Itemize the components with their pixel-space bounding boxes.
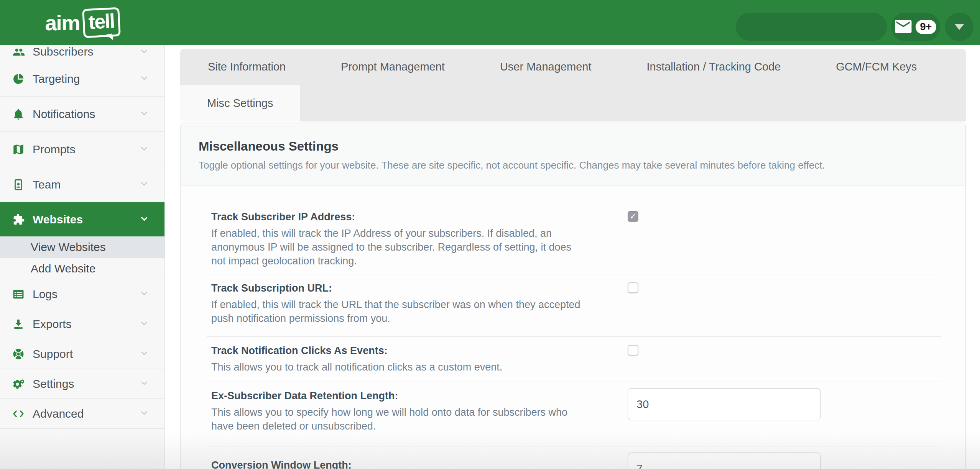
users-icon: [12, 45, 25, 59]
unread-count-badge: 9+: [916, 20, 937, 34]
map-icon: [12, 143, 25, 156]
setting-description: If enabled, this will track the IP Addre…: [211, 226, 585, 268]
setting-label: Track Subscriber IP Address:: [211, 210, 965, 223]
chevron-down-icon: [139, 179, 149, 190]
track-subscription-url-checkbox[interactable]: [628, 282, 638, 293]
setting-row-conversion-window: Conversion Window Length:: [181, 446, 965, 469]
logo-speech-bubble: tell: [82, 7, 121, 38]
chevron-down-icon: [139, 378, 149, 390]
chevron-down-icon: [139, 318, 149, 330]
chevron-down-icon: [139, 46, 149, 58]
header-actions: 9+: [736, 13, 973, 41]
sidebar-subitem-add-website[interactable]: Add Website: [0, 258, 164, 279]
setting-label: Ex-Subscriber Data Retention Length:: [211, 389, 965, 402]
top-header: aim tell 9+: [0, 0, 980, 45]
sidebar-item-exports[interactable]: Exports: [0, 309, 164, 339]
aimtell-logo[interactable]: aim tell: [0, 0, 165, 45]
table-icon: [12, 287, 25, 301]
conversion-window-input[interactable]: [628, 453, 821, 469]
chevron-down-icon: [139, 408, 149, 420]
retention-length-input[interactable]: [628, 388, 821, 420]
sidebar-item-prompts[interactable]: Prompts: [0, 132, 164, 167]
sidebar-item-settings[interactable]: Settings: [0, 369, 164, 399]
account-menu-button[interactable]: [945, 13, 973, 41]
setting-label: Track Subscription URL:: [211, 282, 965, 295]
messages-button[interactable]: 9+: [891, 13, 940, 41]
sidebar-item-targeting[interactable]: Targeting: [0, 61, 164, 97]
panel-header: Miscellaneous Settings Toggle optional s…: [181, 123, 965, 185]
setting-description: If enabled, this will track the URL that…: [211, 298, 585, 325]
app-window: Subscribers Targeting Notifications: [0, 0, 980, 469]
sidebar-item-websites[interactable]: Websites: [0, 202, 164, 236]
setting-description: This allows you to specify how long we w…: [211, 405, 585, 433]
life-ring-icon: [12, 347, 25, 361]
chevron-down-icon: [139, 108, 149, 120]
setting-row-track-ip: Track Subscriber IP Address: If enabled,…: [181, 203, 965, 274]
misc-settings-panel: Miscellaneous Settings Toggle optional s…: [180, 123, 966, 469]
sidebar: Subscribers Targeting Notifications: [0, 0, 165, 469]
sidebar-item-support[interactable]: Support: [0, 339, 164, 369]
sidebar-item-label: Prompts: [33, 143, 76, 156]
puzzle-icon: [12, 213, 25, 226]
setting-row-retention-length: Ex-Subscriber Data Retention Length: Thi…: [181, 382, 965, 446]
sidebar-subitem-view-websites[interactable]: View Websites: [0, 236, 164, 258]
sidebar-item-label: Exports: [33, 318, 72, 331]
sidebar-item-logs[interactable]: Logs: [0, 279, 164, 309]
page-title: Miscellaneous Settings: [199, 139, 947, 154]
tab-gcm-fcm-keys[interactable]: GCM/FCM Keys: [808, 49, 944, 85]
setting-row-track-subscription-url: Track Subscription URL: If enabled, this…: [181, 274, 965, 336]
caret-down-icon: [954, 24, 964, 30]
tab-row-1: Site Information Prompt Management User …: [180, 49, 966, 85]
chevron-down-icon: [139, 289, 149, 300]
bell-icon: [12, 107, 25, 121]
chevron-down-icon: [139, 73, 149, 85]
setting-description: This allows you to track all notificatio…: [211, 360, 585, 374]
sidebar-item-label: Team: [33, 178, 61, 191]
chevron-down-icon: [139, 144, 149, 155]
track-clicks-events-checkbox[interactable]: [628, 345, 638, 356]
tab-installation-tracking-code[interactable]: Installation / Tracking Code: [619, 49, 808, 85]
sidebar-item-label: Advanced: [33, 407, 84, 420]
setting-label: Conversion Window Length:: [211, 459, 965, 469]
gears-icon: [12, 377, 25, 391]
sidebar-item-advanced[interactable]: Advanced: [0, 399, 164, 429]
logo-text-aim: aim: [45, 10, 80, 35]
header-search-pill[interactable]: [736, 13, 887, 41]
sidebar-item-subscribers[interactable]: Subscribers: [0, 45, 164, 61]
sidebar-subitem-label: Add Website: [31, 262, 96, 275]
track-ip-checkbox[interactable]: ✓: [628, 211, 638, 222]
tab-row-2: Misc Settings: [180, 85, 966, 121]
sidebar-item-label: Settings: [33, 377, 74, 390]
chevron-down-icon: [139, 214, 149, 225]
setting-row-track-clicks-events: Track Notification Clicks As Events: Thi…: [181, 337, 965, 382]
tab-site-information[interactable]: Site Information: [180, 49, 313, 85]
download-icon: [12, 317, 25, 331]
tab-prompt-management[interactable]: Prompt Management: [313, 49, 472, 85]
id-badge-icon: [12, 178, 25, 192]
sidebar-item-team[interactable]: Team: [0, 167, 164, 202]
settings-tabstrip: Site Information Prompt Management User …: [180, 49, 966, 121]
tab-user-management[interactable]: User Management: [472, 49, 619, 85]
sidebar-subitem-label: View Websites: [31, 241, 106, 254]
chevron-down-icon: [139, 348, 149, 360]
sidebar-item-label: Targeting: [33, 72, 80, 85]
sidebar-item-label: Notifications: [33, 108, 95, 121]
sidebar-item-label: Support: [33, 348, 73, 361]
pie-chart-icon: [12, 72, 25, 86]
sidebar-item-label: Websites: [33, 213, 83, 226]
code-icon: [12, 407, 25, 421]
mail-icon: [895, 20, 912, 34]
tab-misc-settings[interactable]: Misc Settings: [180, 85, 300, 121]
sidebar-item-notifications[interactable]: Notifications: [0, 97, 164, 132]
sidebar-item-label: Logs: [33, 288, 58, 301]
page-subtitle: Toggle optional settings for your websit…: [199, 159, 947, 171]
setting-label: Track Notification Clicks As Events:: [211, 344, 965, 357]
sidebar-item-label: Subscribers: [33, 45, 93, 58]
